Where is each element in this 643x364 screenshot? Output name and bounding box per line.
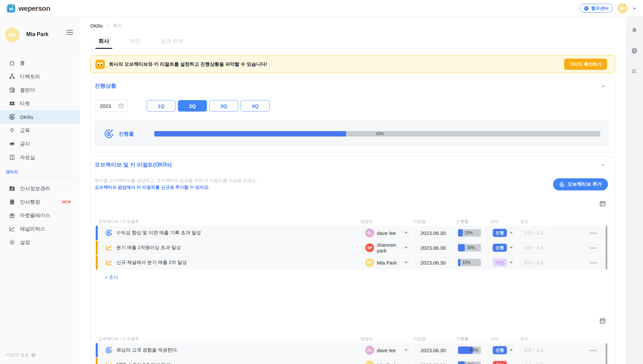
sidebar-item-okrs[interactable]: OKRs [0, 110, 80, 124]
svg-text:Az: Az [11, 202, 14, 204]
directory-icon [9, 73, 16, 80]
calendar-icon [118, 103, 124, 109]
row-accent-bar [96, 241, 98, 255]
add-objective-button[interactable]: 오브젝티브 추가 [553, 178, 608, 190]
col-status: 상태 [485, 336, 517, 342]
table-scrollbar[interactable] [606, 343, 607, 364]
right-utility-rail [626, 17, 643, 364]
chevron-up-icon[interactable] [600, 83, 606, 89]
progress-pill: 10% [458, 259, 481, 266]
sidebar-item-settings[interactable]: 설정 [0, 236, 80, 249]
sidebar-item-analytics[interactable]: 애널리틱스 [0, 222, 80, 236]
col-owner: 담당자 [361, 218, 412, 224]
owner-avatar: MP [365, 361, 374, 364]
user-avatar[interactable]: MP [617, 3, 627, 13]
weperson-logo-icon: w [6, 3, 16, 13]
due-date: 2023.06.30 [412, 241, 454, 255]
quarter-3q-button[interactable]: 3Q [209, 100, 238, 112]
status-badge[interactable]: 위기 [493, 361, 507, 364]
col-score: 점수 [518, 218, 550, 224]
okr-title[interactable]: 분기 매출 1억원이상 초과 달성 [116, 245, 181, 251]
chevron-down-icon [404, 247, 408, 249]
more-icon[interactable]: ••• [590, 230, 597, 236]
sidebar-item-ticket[interactable]: 티켓 [0, 97, 80, 110]
tab-performance-review[interactable]: 성과 리뷰 [157, 38, 186, 49]
more-icon[interactable]: ••• [590, 245, 597, 251]
col-due: 마감일 [412, 218, 454, 224]
breadcrumb: OKRs 회사 [90, 22, 615, 30]
sidebar-item-directory[interactable]: 디렉토리 [0, 70, 80, 83]
sidebar-item-calendar[interactable]: 캘린더 [0, 83, 80, 97]
more-icon[interactable]: ••• [590, 347, 597, 353]
sidebar-item-marketplace[interactable]: 마켓플레이스 [0, 209, 80, 222]
schedule-calendar-icon[interactable] [599, 317, 606, 324]
members-people-icon[interactable] [631, 67, 638, 74]
add-key-result-link[interactable]: + 추가 [105, 275, 118, 281]
okr-title[interactable]: NPS 스코어 8.0 이상 달성 [116, 362, 171, 364]
due-date: 2023.06.30 [412, 358, 454, 364]
owner-select[interactable]: DL dave lee [361, 343, 412, 357]
progress-bar-fill [154, 131, 346, 136]
chevron-down-icon[interactable] [510, 232, 513, 234]
col-progress: 진행률 [454, 336, 485, 342]
col-title: 오브젝티브 / 키 리절트 [98, 218, 360, 224]
okr-table-1: 오브젝티브 / 키 리절트 담당자 마감일 진행률 상태 점수 수익성 향상 및… [96, 218, 605, 281]
quarter-1q-button[interactable]: 1Q [147, 100, 176, 112]
chevron-down-icon[interactable] [510, 349, 513, 351]
sidebar-item-library[interactable]: 자료실 [0, 151, 80, 164]
hamburger-menu-icon[interactable] [66, 30, 73, 35]
quarter-4q-button[interactable]: 4Q [241, 100, 270, 112]
tab-company[interactable]: 회사 [95, 38, 112, 49]
owner-select[interactable]: SP shannon park [361, 241, 412, 255]
sidebar: MP Mia Park 홈 디렉토리 캘린더 티켓 OKRs 교육 [0, 17, 80, 364]
year-selector[interactable]: 2023 [95, 100, 128, 112]
chevron-down-icon[interactable] [510, 247, 513, 249]
quarter-2q-button[interactable]: 2Q [178, 100, 207, 112]
help-center-button[interactable]: ? 헬프센터 [580, 4, 613, 13]
sidebar-item-home[interactable]: 홈 [0, 56, 80, 70]
okr-desc-line1: 분기별 오브젝티브를 생성하고, 오브젝티브 달성을 위한 키 리절트를 작성해… [95, 177, 615, 184]
guide-button[interactable]: 가이드 확인하기 [564, 59, 607, 70]
sidebar-item-notice[interactable]: 공지 [0, 137, 80, 151]
owner-select[interactable]: MP Mia Park [361, 255, 412, 270]
history-clock-icon[interactable] [631, 47, 638, 54]
brand-logo[interactable]: w weperson [6, 3, 50, 13]
okr-title[interactable]: 신규 채널에서 분기 매출 1억 달성 [116, 260, 187, 266]
okr-title[interactable]: 최상의 고객 경험을 제공한다. [116, 347, 178, 353]
owner-select[interactable]: MP Mia Park [361, 358, 412, 364]
chevron-down-icon[interactable] [632, 6, 637, 11]
svg-text:?: ? [585, 7, 587, 10]
sidebar-item-hr-admin[interactable]: Az 인사행정 NEW [0, 195, 80, 209]
breadcrumb-okrs[interactable]: OKRs [90, 23, 103, 29]
brand-name: weperson [19, 4, 50, 12]
sidebar-item-hr-info[interactable]: 인사정보관리 [0, 182, 80, 195]
okr-title[interactable]: 수익성 향상 및 이전 매출 기록 초과 달성 [116, 230, 201, 236]
tab-bar: 회사 개인 성과 리뷰 [90, 38, 615, 49]
table-scrollbar[interactable] [606, 226, 607, 270]
owner-select[interactable]: DL dave lee [361, 226, 412, 240]
tab-personal[interactable]: 개인 [126, 38, 143, 49]
status-badge[interactable]: 진행 [493, 244, 507, 252]
okr-desc-link[interactable]: 오브젝티브 팝업에서 키 리절트를 신규로 추가할 수 있어요. [95, 184, 615, 191]
progress-bar: 43% [154, 131, 600, 136]
status-badge[interactable]: 지연 [493, 259, 507, 267]
target-icon [559, 182, 565, 187]
schedule-calendar-icon[interactable] [599, 200, 606, 207]
status-badge[interactable]: 진행 [493, 346, 507, 354]
status-badge[interactable]: 진행 [493, 229, 507, 237]
calendar-icon [9, 87, 16, 93]
more-icon[interactable]: ••• [590, 260, 597, 266]
row-accent-bar [96, 358, 98, 364]
okr-table-2: 오브젝티브 / 키 리절트 담당자 마감일 진행률 상태 점수 최상의 고객 경… [96, 336, 605, 364]
okr-row: NPS 스코어 8.0 이상 달성 MP Mia Park 2023.06.30… [96, 358, 605, 364]
chevron-down-icon[interactable] [510, 262, 513, 264]
divider [6, 177, 74, 177]
col-due: 마감일 [412, 336, 454, 342]
more-icon[interactable]: ••• [590, 362, 597, 364]
business-info-link[interactable]: 사업자 정보 i [6, 352, 36, 358]
progress-pill: 65% [458, 346, 481, 354]
sidebar-item-education[interactable]: 교육 [0, 124, 80, 137]
sidebar-user-avatar[interactable]: MP [5, 28, 20, 42]
notifications-bell-icon[interactable] [631, 27, 638, 34]
chevron-up-icon[interactable] [600, 162, 606, 168]
